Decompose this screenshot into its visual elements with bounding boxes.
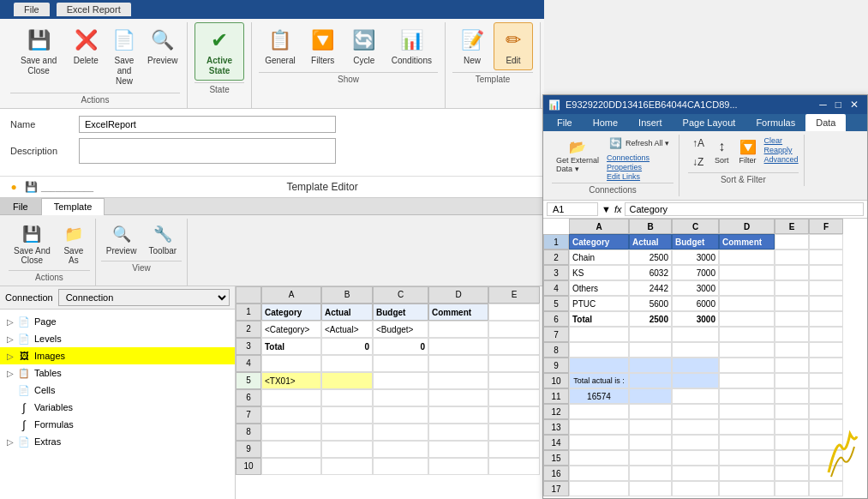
excel-cell-2e[interactable] xyxy=(775,250,809,265)
cell-8e[interactable] xyxy=(488,424,540,441)
excel-cell-17b[interactable] xyxy=(629,481,672,496)
tree-formulas[interactable]: ∫ Formulas xyxy=(0,416,235,433)
excel-cell-8f[interactable] xyxy=(809,342,843,358)
excel-cell-15e[interactable] xyxy=(775,450,809,466)
excel-tab-formulas[interactable]: Formulas xyxy=(745,114,805,131)
formula-bar-input[interactable] xyxy=(625,202,864,216)
report-tab[interactable]: Excel Report xyxy=(57,3,131,16)
excel-cell-17f[interactable] xyxy=(809,481,843,496)
excel-tab-page-layout[interactable]: Page Layout xyxy=(673,114,746,131)
excel-cell-7a[interactable] xyxy=(569,327,629,342)
excel-cell-7c[interactable] xyxy=(672,327,719,342)
cell-2c[interactable]: <Budget> xyxy=(373,321,428,338)
new-button[interactable]: 📝 New xyxy=(452,22,492,70)
excel-tab-home[interactable]: Home xyxy=(583,114,628,131)
excel-cell-11b[interactable] xyxy=(629,388,672,404)
toolbar-button[interactable]: 🔧 Toolbar xyxy=(143,219,182,259)
excel-cell-15d[interactable] xyxy=(719,450,775,466)
excel-cell-4b[interactable]: 2442 xyxy=(629,280,672,296)
cell-8a[interactable] xyxy=(261,424,321,441)
excel-cell-6f[interactable] xyxy=(809,311,843,327)
tree-page[interactable]: ▷ 📄 Page xyxy=(0,313,235,330)
general-button[interactable]: 📋 General xyxy=(259,22,302,70)
excel-cell-13e[interactable] xyxy=(775,419,809,435)
excel-cell-8d[interactable] xyxy=(719,342,775,358)
excel-cell-4c[interactable]: 3000 xyxy=(672,280,719,296)
excel-cell-5c[interactable]: 6000 xyxy=(672,296,719,311)
excel-cell-17e[interactable] xyxy=(775,481,809,496)
excel-cell-8a[interactable] xyxy=(569,342,629,358)
excel-cell-17d[interactable] xyxy=(719,481,775,496)
excel-cell-3b[interactable]: 6032 xyxy=(629,265,672,280)
excel-cell-10c[interactable] xyxy=(672,373,719,388)
excel-cell-2c[interactable]: 3000 xyxy=(672,250,719,265)
cell-7d[interactable] xyxy=(428,406,488,424)
save-all-close-button[interactable]: 💾 Save AndClose xyxy=(9,219,56,268)
excel-cell-1f[interactable] xyxy=(809,234,843,250)
excel-cell-8b[interactable] xyxy=(629,342,672,358)
excel-cell-9f[interactable] xyxy=(809,358,843,373)
tree-variables[interactable]: ∫ Variables xyxy=(0,399,235,416)
excel-cell-5b[interactable]: 5600 xyxy=(629,296,672,311)
excel-cell-3e[interactable] xyxy=(775,265,809,280)
excel-cell-4d[interactable] xyxy=(719,280,775,296)
cell-1e[interactable] xyxy=(488,304,540,321)
excel-cell-12b[interactable] xyxy=(629,404,672,419)
cell-2a[interactable]: <Category> xyxy=(261,321,321,338)
cell-8d[interactable] xyxy=(428,424,488,441)
active-state-button[interactable]: ✔ Active State xyxy=(195,22,244,81)
tree-extras[interactable]: ▷ 📄 Extras xyxy=(0,433,235,450)
excel-cell-7f[interactable] xyxy=(809,327,843,342)
cell-9a[interactable] xyxy=(261,441,321,458)
excel-cell-12e[interactable] xyxy=(775,404,809,419)
cell-3e[interactable] xyxy=(488,338,540,355)
cell-9e[interactable] xyxy=(488,441,540,458)
excel-cell-9a[interactable] xyxy=(569,358,629,373)
cell-6e[interactable] xyxy=(488,389,540,406)
excel-tab-insert[interactable]: Insert xyxy=(628,114,673,131)
cell-7c[interactable] xyxy=(373,406,428,424)
save-close-button[interactable]: 💾 Save and Close xyxy=(10,22,67,81)
excel-cell-4e[interactable] xyxy=(775,280,809,296)
save-small-icon[interactable]: 💾 xyxy=(24,180,38,194)
cell-5a[interactable]: <TX01> xyxy=(261,372,321,389)
get-external-button[interactable]: 📂 Get ExternalData ▾ xyxy=(552,135,603,176)
excel-cell-11f[interactable] xyxy=(809,388,843,404)
excel-cell-5d[interactable] xyxy=(719,296,775,311)
excel-close-button[interactable]: ✕ xyxy=(847,99,862,111)
excel-cell-10a[interactable]: Total actual is : xyxy=(569,373,629,388)
excel-cell-10e[interactable] xyxy=(775,373,809,388)
cell-10b[interactable] xyxy=(321,458,373,475)
excel-cell-13b[interactable] xyxy=(629,419,672,435)
conditions-button[interactable]: 📊 Conditions xyxy=(386,22,438,70)
excel-cell-15c[interactable] xyxy=(672,450,719,466)
excel-cell-10f[interactable] xyxy=(809,373,843,388)
excel-cell-6c[interactable]: 3000 xyxy=(672,311,719,327)
cell-7a[interactable] xyxy=(261,406,321,424)
excel-cell-16b[interactable] xyxy=(629,466,672,481)
excel-cell-7e[interactable] xyxy=(775,327,809,342)
cell-9b[interactable] xyxy=(321,441,373,458)
excel-tab-file[interactable]: File xyxy=(547,114,583,131)
tree-levels[interactable]: ▷ 📄 Levels xyxy=(0,330,235,347)
preview-button[interactable]: 🔍 Preview xyxy=(146,22,180,70)
cell-3b[interactable]: 0 xyxy=(321,338,373,355)
excel-cell-10d[interactable] xyxy=(719,373,775,388)
excel-cell-9c[interactable] xyxy=(672,358,719,373)
tab-file[interactable]: File xyxy=(0,198,41,214)
excel-cell-14b[interactable] xyxy=(629,435,672,450)
advanced-link[interactable]: Advanced xyxy=(764,155,799,164)
excel-cell-13d[interactable] xyxy=(719,419,775,435)
excel-cell-1a[interactable]: Category xyxy=(569,234,629,250)
cell-3c[interactable]: 0 xyxy=(373,338,428,355)
excel-maximize-button[interactable]: □ xyxy=(832,99,845,111)
sort-button[interactable]: ↕ Sort xyxy=(710,135,733,167)
cell-4c[interactable] xyxy=(373,355,428,372)
cell-6b[interactable] xyxy=(321,389,373,406)
cell-7b[interactable] xyxy=(321,406,373,424)
save-as-button[interactable]: 📁 SaveAs xyxy=(57,219,90,268)
cell-reference-input[interactable] xyxy=(547,202,598,216)
cell-10c[interactable] xyxy=(373,458,428,475)
excel-cell-17a[interactable] xyxy=(569,481,629,496)
sort-az-button[interactable]: ↑A xyxy=(688,135,709,152)
